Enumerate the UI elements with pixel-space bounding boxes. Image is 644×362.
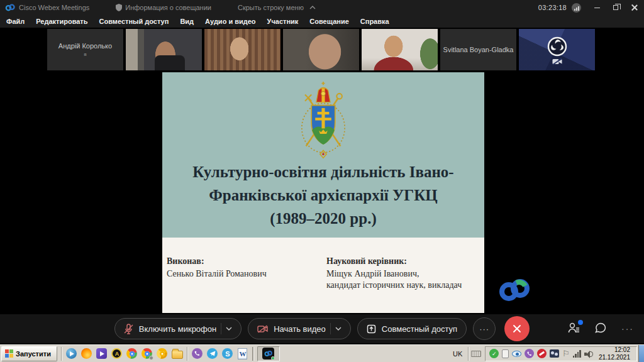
clock-time: 12:02 [599, 346, 630, 354]
participant-video-tile[interactable] [126, 29, 202, 70]
telegram-icon [207, 348, 218, 359]
chrome-icon [142, 348, 152, 359]
aimp-launcher[interactable]: A [109, 346, 125, 362]
notification-dot [578, 320, 583, 325]
video-off-icon [257, 325, 268, 333]
webex-app-icon [262, 348, 274, 359]
meeting-info-button[interactable]: Информация о совещании [116, 4, 211, 11]
messenger-tray-icon[interactable] [550, 349, 559, 358]
unmute-mic-button[interactable]: Включить микрофон [114, 318, 242, 339]
participants-panel-button[interactable] [568, 322, 580, 336]
chrome-canary-launcher[interactable] [155, 346, 170, 362]
clock-date: 21.12.2021 [599, 354, 630, 361]
firefox-icon [81, 348, 92, 359]
menu-audio-video[interactable]: Аудио и видео [205, 18, 255, 25]
chrome-canary-icon [157, 348, 167, 359]
chat-panel-button[interactable] [595, 322, 606, 336]
participant-video-tile[interactable] [362, 29, 438, 70]
minimize-button[interactable] [587, 0, 606, 15]
antivirus-tray-icon[interactable]: ✓ [489, 349, 499, 358]
participant-name: Андрій Королько [58, 42, 112, 50]
taskbar: Запустити A S W [0, 344, 644, 362]
viber-icon [192, 348, 203, 359]
media-player-icon [66, 348, 77, 359]
menu-meeting[interactable]: Совещание [309, 18, 348, 25]
executor-label: Виконав: [167, 256, 323, 266]
media-player-launcher[interactable] [64, 346, 79, 362]
webex-window: Cisco Webex Meetings Информация о совеща… [0, 0, 644, 362]
red-app-tray-icon[interactable] [537, 349, 547, 358]
title-bar: Cisco Webex Meetings Информация о совеща… [0, 0, 644, 15]
language-indicator[interactable]: UK [449, 350, 466, 358]
slide-title: Культурно-освітня діяльність Івано- Фран… [192, 160, 453, 230]
keyboard-layout-icon[interactable] [471, 351, 481, 357]
eye-tray-icon[interactable] [512, 351, 521, 357]
tray-clock[interactable]: 12:02 21.12.2021 [596, 346, 633, 361]
slide-title-section: Культурно-освітня діяльність Івано- Фран… [162, 72, 484, 238]
chrome-profile-launcher[interactable] [140, 346, 155, 362]
volume-icon[interactable] [584, 350, 593, 358]
participant-tile-obs[interactable] [519, 29, 595, 70]
chevron-down-icon[interactable] [335, 327, 341, 331]
menu-share[interactable]: Совместный доступ [99, 18, 169, 25]
file-manager-launcher[interactable] [170, 346, 185, 362]
flag-tray-icon[interactable]: ⚐ [562, 349, 570, 358]
menu-participant[interactable]: Участник [267, 18, 299, 25]
share-content-button[interactable]: Совместный доступ [357, 318, 467, 339]
word-launcher[interactable]: W [235, 346, 250, 362]
executor-name: Сенько Віталій Романович [167, 269, 267, 278]
skype-icon: S [222, 348, 233, 359]
advisor-label: Науковий керівник: [326, 256, 484, 266]
chevron-up-icon [309, 6, 316, 9]
mic-muted-icon [124, 324, 133, 334]
kmplayer-icon [96, 348, 107, 359]
leave-meeting-button[interactable] [504, 316, 530, 341]
skype-launcher[interactable]: S [220, 346, 235, 362]
hide-menu-button[interactable]: Скрыть строку меню [238, 4, 316, 11]
menu-edit[interactable]: Редактировать [36, 18, 87, 25]
webex-watermark-icon [498, 274, 531, 304]
start-button[interactable]: Запустити [1, 346, 57, 361]
webex-logo-icon [5, 3, 15, 12]
share-icon [367, 324, 376, 334]
coat-of-arms [286, 79, 360, 159]
participant-subtext: я [84, 52, 86, 57]
advisor-title: кандидат історичних наук, викладач [326, 280, 484, 291]
show-desktop-button[interactable] [638, 345, 644, 362]
menu-file[interactable]: Файл [6, 18, 25, 25]
shield-icon [116, 4, 122, 11]
telegram-launcher[interactable] [205, 346, 220, 362]
slide-credits-section: Виконав: Сенько Віталій Романович Науков… [162, 238, 484, 313]
system-tray: UK ✓ ⚐ 12:02 21.12.2021 [449, 345, 644, 362]
participant-name: Svitlana Boyan-Gladka [443, 46, 514, 53]
menu-help[interactable]: Справка [360, 18, 389, 25]
chrome-launcher[interactable] [125, 346, 140, 362]
more-options-button[interactable]: ··· [473, 317, 496, 340]
camera-off-icon [552, 58, 562, 65]
network-signal-icon[interactable] [573, 350, 581, 358]
participant-video-tile[interactable] [204, 29, 280, 70]
advisor-name: Міщук Андрій Іванович, [326, 268, 484, 280]
webex-taskbar-window[interactable] [257, 346, 280, 361]
meeting-control-bar: Включить микрофон Начать видео Совм [0, 314, 644, 343]
viber-tray-icon[interactable] [525, 349, 534, 358]
more-panels-button[interactable]: ··· [621, 324, 634, 334]
menu-view[interactable]: Вид [180, 18, 194, 25]
chevron-down-icon[interactable] [226, 327, 232, 331]
participant-tile-korolko[interactable]: Андрій Королько я [47, 29, 123, 70]
start-video-button[interactable]: Начать видео [248, 318, 351, 339]
kmplayer-launcher[interactable] [94, 346, 109, 362]
viber-launcher[interactable] [190, 346, 205, 362]
participant-video-tile[interactable] [283, 29, 359, 70]
chrome-icon [126, 348, 137, 359]
start-flag-icon [5, 349, 13, 358]
connection-quality-icon[interactable] [572, 3, 581, 13]
clipboard-tray-icon[interactable] [502, 349, 509, 358]
aimp-icon: A [111, 348, 122, 359]
firefox-launcher[interactable] [79, 346, 94, 362]
obs-logo-icon [547, 36, 568, 57]
participant-tile-boyan-gladka[interactable]: Svitlana Boyan-Gladka [440, 29, 516, 70]
presentation-slide: Культурно-освітня діяльність Івано- Фран… [162, 72, 484, 313]
close-button[interactable] [625, 0, 644, 15]
restore-button[interactable] [606, 0, 625, 15]
